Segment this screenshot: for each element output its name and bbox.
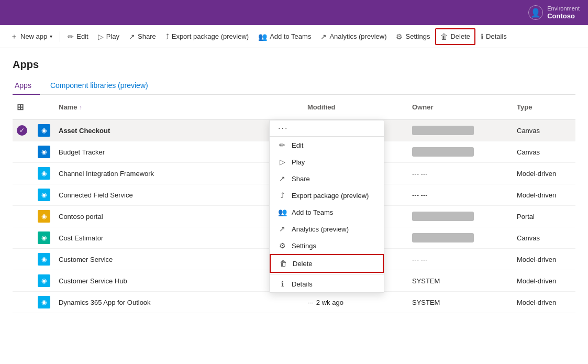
row-type-cell: Model-driven: [513, 249, 575, 270]
row-icon-cell: ◉: [34, 227, 54, 248]
row-icon-cell: ◉: [34, 206, 54, 227]
row-type-cell: Portal: [513, 206, 575, 227]
row-type-cell: Model-driven: [513, 292, 575, 313]
row-select-cell[interactable]: [13, 292, 34, 313]
row-modified-cell: ···2 wk ago: [303, 292, 408, 313]
row-select-cell[interactable]: [13, 249, 34, 270]
toolbar-divider-1: [60, 31, 60, 42]
app-icon: ◉: [38, 296, 50, 308]
context-menu-settings[interactable]: ⚙ Settings: [270, 237, 384, 254]
context-menu-three-dots: ···: [270, 120, 384, 137]
plus-icon: ＋: [10, 32, 18, 41]
app-icon: ◉: [38, 231, 50, 244]
row-name-cell[interactable]: Budget Tracker: [54, 141, 303, 162]
export-menu-icon: ⤴: [278, 191, 286, 200]
share-button[interactable]: ↗ Share: [125, 28, 160, 45]
row-type-cell: Model-driven: [513, 184, 575, 205]
analytics-button[interactable]: ↗ Analytics (preview): [316, 28, 391, 45]
edit-menu-icon: ✏: [278, 141, 286, 149]
context-menu-share[interactable]: ↗ Share: [270, 170, 384, 187]
top-bar: 👤 Environment Contoso: [0, 0, 588, 25]
context-menu-play[interactable]: ▷ Play: [270, 153, 384, 170]
app-icon: ◉: [38, 253, 50, 266]
environment-block: 👤 Environment Contoso: [528, 5, 580, 20]
row-owner-cell: --- ---: [408, 163, 513, 184]
selected-check: ✓: [17, 125, 27, 136]
toolbar: ＋ New app ▾ ✏ Edit ▷ Play ↗ Share ⤴ Expo…: [0, 25, 588, 48]
col-modified-header[interactable]: Modified: [303, 99, 408, 115]
col-checkbox: ⊞: [13, 99, 34, 115]
row-type-cell: Canvas: [513, 227, 575, 248]
environment-icon: 👤: [528, 5, 543, 20]
sort-asc-icon: ↑: [79, 104, 82, 111]
row-select-cell[interactable]: [13, 184, 34, 205]
table-row[interactable]: ◉ Dynamics 365 App for Outlook ···2 wk a…: [13, 292, 575, 313]
row-name-cell[interactable]: Connected Field Service: [54, 184, 303, 205]
row-name-cell[interactable]: Customer Service: [54, 249, 303, 270]
col-icon: [34, 99, 54, 115]
add-to-teams-button[interactable]: 👥 Add to Teams: [254, 28, 315, 45]
teams-icon: 👥: [258, 32, 267, 41]
context-menu-analytics[interactable]: ↗ Analytics (preview): [270, 220, 384, 237]
row-owner-cell: ████████████: [408, 120, 513, 141]
col-owner-header[interactable]: Owner: [408, 99, 513, 115]
play-button[interactable]: ▷ Play: [94, 28, 124, 45]
row-icon-cell: ◉: [34, 249, 54, 270]
row-select-cell[interactable]: ✓: [13, 120, 34, 141]
analytics-icon: ↗: [320, 32, 327, 41]
settings-button[interactable]: ⚙ Settings: [392, 28, 434, 45]
info-menu-icon: ℹ: [278, 280, 286, 288]
export-package-button[interactable]: ⤴ Export package (preview): [161, 28, 253, 45]
context-menu-export[interactable]: ⤴ Export package (preview): [270, 187, 384, 204]
edit-button[interactable]: ✏ Edit: [63, 28, 92, 45]
delete-button[interactable]: 🗑 Delete: [435, 28, 475, 45]
row-owner-cell: --- ---: [408, 249, 513, 270]
col-name-header[interactable]: Name ↑: [54, 99, 303, 115]
teams-menu-icon: 👥: [278, 208, 286, 216]
row-owner-cell: SYSTEM: [408, 270, 513, 291]
row-name-cell[interactable]: Customer Service Hub: [54, 270, 303, 291]
play-menu-icon: ▷: [278, 158, 286, 166]
row-owner-cell: ████████████: [408, 141, 513, 162]
app-icon: ◉: [38, 210, 50, 223]
row-name-cell[interactable]: Contoso portal: [54, 206, 303, 227]
environment-name: Contoso: [547, 12, 580, 20]
share-menu-icon: ↗: [278, 174, 286, 183]
row-select-cell[interactable]: [13, 227, 34, 248]
row-name-cell[interactable]: Cost Estimator: [54, 227, 303, 248]
app-icon: ◉: [38, 124, 50, 137]
settings-icon: ⚙: [396, 32, 403, 41]
row-icon-cell: ◉: [34, 184, 54, 205]
context-menu-edit[interactable]: ✏ Edit: [270, 137, 384, 153]
analytics-menu-icon: ↗: [278, 225, 286, 233]
context-menu-add-teams[interactable]: 👥 Add to Teams: [270, 204, 384, 220]
delete-menu-icon: 🗑: [279, 259, 287, 268]
tab-apps[interactable]: Apps: [13, 77, 40, 95]
edit-icon: ✏: [68, 32, 74, 41]
row-select-cell[interactable]: [13, 270, 34, 291]
row-type-cell: Model-driven: [513, 270, 575, 291]
col-type-header[interactable]: Type: [513, 99, 575, 115]
environment-text: Environment Contoso: [547, 5, 580, 20]
row-type-cell: Canvas: [513, 120, 575, 141]
context-menu-delete[interactable]: 🗑 Delete: [270, 254, 384, 273]
details-button[interactable]: ℹ Details: [476, 28, 511, 45]
row-name-cell[interactable]: Dynamics 365 App for Outlook: [54, 292, 303, 313]
delete-icon: 🗑: [440, 32, 448, 41]
settings-menu-icon: ⚙: [278, 241, 286, 250]
app-icon: ◉: [38, 146, 50, 158]
row-name-cell[interactable]: Channel Integration Framework: [54, 163, 303, 184]
row-owner-cell: --- ---: [408, 184, 513, 205]
row-name-cell[interactable]: Asset Checkout: [54, 120, 303, 141]
new-app-button[interactable]: ＋ New app ▾: [6, 28, 57, 45]
page-content: Apps Apps Component libraries (preview) …: [0, 48, 588, 324]
row-icon-cell: ◉: [34, 120, 54, 141]
context-menu-details[interactable]: ℹ Details: [270, 275, 384, 292]
dropdown-arrow-icon: ▾: [50, 34, 52, 39]
row-select-cell[interactable]: [13, 206, 34, 227]
row-select-cell[interactable]: [13, 141, 34, 162]
row-icon-cell: ◉: [34, 141, 54, 162]
table-container: ⊞ Name ↑ Modified Owner Type ✓ ◉: [13, 95, 575, 313]
tab-component-libraries[interactable]: Component libraries (preview): [48, 77, 157, 95]
row-select-cell[interactable]: [13, 163, 34, 184]
